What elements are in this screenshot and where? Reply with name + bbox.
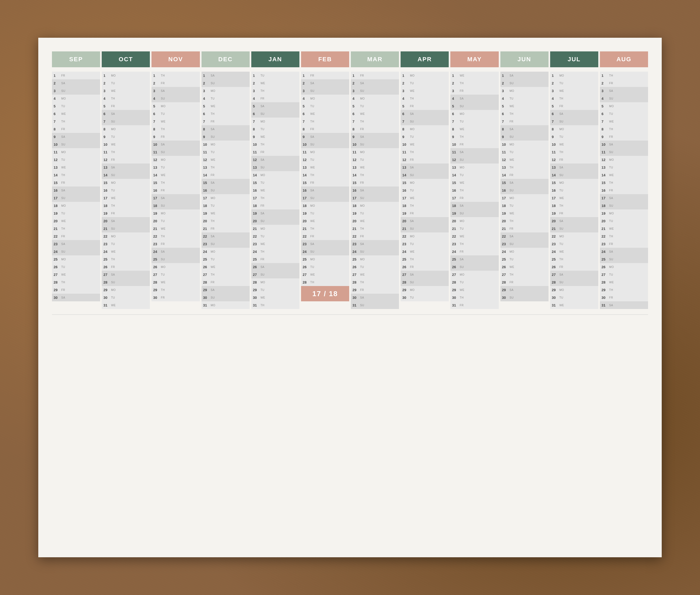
day-number: 18: [452, 204, 458, 208]
day-name-label: FR: [609, 189, 613, 192]
day-row: 22MO: [102, 232, 150, 240]
day-name-label: WE: [111, 304, 116, 307]
day-number: 1: [153, 74, 160, 78]
day-name-label: TU: [111, 243, 115, 246]
day-number: 3: [601, 89, 608, 93]
day-name-label: SA: [161, 143, 165, 146]
day-number: 31: [552, 303, 558, 307]
day-row: 19FR: [400, 209, 449, 217]
day-name-label: FR: [161, 82, 165, 85]
day-name-label: FR: [410, 212, 414, 215]
day-number: 22: [54, 234, 60, 238]
day-name-label: TH: [111, 204, 115, 207]
day-row: 14TH: [52, 171, 100, 179]
day-name-label: SA: [161, 197, 165, 200]
day-number: 4: [452, 96, 458, 101]
day-number: 6: [103, 112, 110, 116]
day-name-label: TH: [460, 135, 464, 138]
day-name-label: TH: [61, 120, 65, 123]
day-row: 3FR: [450, 87, 499, 94]
month-col-may: 1WE2TH3FR4SA5SU6MO7TU8WE9TH10FR11SA12SU1…: [450, 72, 499, 309]
day-name-label: TU: [609, 220, 613, 223]
day-number: 30: [253, 295, 259, 300]
day-name-label: TH: [260, 89, 264, 92]
day-name-label: WE: [211, 265, 216, 268]
day-name-label: WE: [510, 265, 514, 268]
day-number: 13: [452, 165, 458, 170]
day-number: 19: [552, 211, 558, 216]
day-name-label: WE: [559, 304, 564, 307]
day-name-label: TU: [260, 235, 264, 238]
day-number: 8: [153, 127, 160, 131]
day-row: 12TU: [52, 156, 100, 164]
day-name-label: FR: [360, 74, 364, 77]
day-row: 27WE: [52, 271, 100, 278]
day-row: 2FR: [151, 79, 200, 87]
day-row: 26WE: [201, 263, 250, 271]
day-number: 12: [552, 158, 558, 162]
day-number: 28: [552, 280, 558, 284]
day-row: 16SA: [52, 187, 100, 194]
day-name-label: MO: [211, 197, 216, 200]
day-name-label: TH: [161, 235, 165, 238]
day-row: 5WE: [500, 102, 549, 110]
day-row: 21SU: [550, 225, 598, 232]
day-name-label: FR: [211, 120, 215, 123]
day-name-label: FR: [460, 143, 464, 146]
day-row: 3WE: [550, 87, 598, 94]
day-number: 24: [153, 250, 160, 254]
day-name-label: MO: [609, 265, 614, 268]
day-row: 21TU: [450, 225, 499, 232]
day-row: 24SA: [600, 248, 648, 255]
day-number: 24: [452, 250, 458, 254]
day-name-label: MO: [310, 204, 315, 207]
day-name-label: SU: [559, 120, 564, 123]
day-row: 28TH: [301, 278, 349, 286]
day-row: 14FR: [201, 171, 250, 179]
day-number: 25: [502, 257, 509, 261]
day-row: 22MO: [400, 232, 449, 240]
day-name-label: SU: [410, 120, 414, 123]
day-row: 22SA: [201, 232, 250, 240]
day-row: 30FR: [151, 294, 200, 301]
day-number: 25: [601, 257, 608, 261]
day-row: 20TH: [201, 217, 250, 225]
day-row: 23SU: [201, 240, 250, 248]
day-number: 6: [54, 112, 60, 116]
day-number: 16: [54, 189, 60, 193]
day-row: 27SA: [102, 271, 150, 278]
day-number: 25: [402, 257, 409, 261]
day-row: 30TU: [400, 294, 449, 301]
day-row: 20SA: [102, 217, 150, 225]
day-row: 13MO: [450, 164, 499, 171]
day-number: 29: [402, 288, 409, 292]
day-row: 28TH: [52, 278, 100, 286]
day-name-label: TH: [310, 227, 314, 230]
month-col-aug: 1TH2FR3SA4SU5MO6TU7WE8TH9FR10SA11SU12MO1…: [600, 72, 648, 309]
day-number: 10: [353, 142, 359, 147]
day-row: 8TH: [151, 125, 200, 133]
day-name-label: TU: [111, 189, 115, 192]
day-row: 10SA: [600, 141, 648, 148]
day-name-label: TH: [111, 97, 115, 100]
day-row: 6WE: [301, 110, 349, 118]
bottom-line: [52, 314, 648, 315]
day-name-label: WE: [460, 235, 464, 238]
day-row: [52, 301, 100, 309]
day-name-label: TH: [360, 120, 364, 123]
day-name-label: SA: [111, 112, 115, 115]
month-header-jan: JAN: [251, 51, 300, 67]
day-name-label: SA: [360, 189, 364, 192]
day-number: 21: [303, 227, 309, 231]
day-row: 2TU: [400, 79, 449, 87]
day-name-label: SU: [260, 220, 265, 223]
day-name-label: MO: [510, 89, 514, 92]
day-row: 9TU: [102, 133, 150, 141]
day-name-label: MO: [360, 97, 365, 100]
day-number: 1: [103, 74, 110, 78]
day-row: 21FR: [500, 225, 549, 232]
day-name-label: TH: [61, 281, 65, 284]
day-number: 27: [452, 273, 458, 277]
day-name-label: MO: [460, 166, 464, 169]
day-row: 28TH: [351, 278, 399, 286]
